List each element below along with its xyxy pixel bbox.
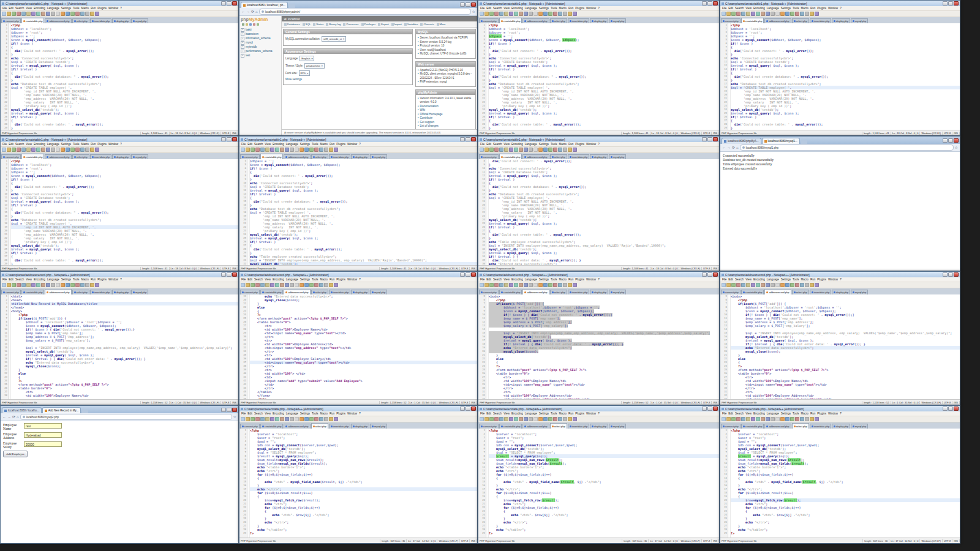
menu-item-macro[interactable]: Macro [320, 143, 328, 146]
toolbar-icon[interactable] [309, 283, 314, 287]
menu-item-window[interactable]: Window [108, 278, 118, 281]
menu-item-plugins[interactable]: Plugins [575, 7, 584, 10]
toolbar-icon[interactable] [480, 12, 484, 16]
toolbar-icon[interactable] [558, 12, 562, 16]
tab-display.php[interactable]: display.php [832, 18, 850, 23]
minimize-button[interactable] [943, 1, 948, 6]
toolbar-icon[interactable] [553, 417, 557, 421]
new-tab-button[interactable] [82, 409, 88, 413]
toolbar-icon[interactable] [255, 417, 260, 421]
menu-item-search[interactable]: Search [254, 278, 263, 281]
toolbar-icon[interactable] [494, 12, 499, 16]
tab-display.php[interactable]: display.php [590, 154, 608, 159]
toolbar-icon[interactable] [251, 148, 255, 152]
toolbar-icon[interactable] [80, 283, 85, 287]
toolbar-icon[interactable] [70, 12, 75, 16]
menu-item-settings[interactable]: Settings [539, 7, 549, 10]
toolbar-icon[interactable] [31, 12, 36, 16]
toolbar-icon[interactable] [775, 417, 780, 421]
editor-area[interactable]: 4567891011121314151617181920212223242526… [239, 159, 477, 265]
menu-item-language[interactable]: Language [525, 412, 537, 415]
toolbar-icon[interactable] [36, 148, 40, 152]
menu-item-help[interactable]: ? [359, 143, 361, 146]
titlebar[interactable]: C:\wamp\www\createtable1.php - Notepad++… [1, 1, 238, 6]
toolbar-icon[interactable] [504, 417, 508, 421]
menu-item-help[interactable]: ? [840, 412, 842, 415]
maximize-button[interactable] [227, 137, 232, 141]
menu-item-view[interactable]: View [503, 143, 510, 146]
toolbar-icon[interactable] [761, 283, 765, 287]
new-tab-button[interactable] [289, 4, 295, 8]
menu-item-search[interactable]: Search [254, 143, 263, 146]
toolbar-icon[interactable] [548, 283, 552, 287]
menu-item-search[interactable]: Search [735, 7, 744, 10]
menu-item-file[interactable]: File [722, 278, 726, 281]
toolbar-icon[interactable] [285, 148, 289, 152]
toolbar-icon[interactable] [26, 148, 31, 152]
menu-item-search[interactable]: Search [735, 278, 744, 281]
toolbar-icon[interactable] [533, 148, 538, 152]
tab-createtable.php[interactable]: createtable.php [741, 290, 764, 294]
tab-display.php[interactable]: display.php [351, 290, 369, 294]
menu-item-encoding[interactable]: Encoding [753, 7, 765, 10]
toolbar-icon[interactable] [543, 283, 548, 287]
toolbar-icon[interactable] [558, 283, 562, 287]
menu-item-window[interactable]: Window [347, 412, 357, 415]
toolbar-icon[interactable] [815, 12, 819, 16]
toolbar-icon[interactable] [756, 12, 760, 16]
tab-createtable.php[interactable]: createtable.php [741, 424, 764, 429]
star-icon[interactable]: ☆ [955, 146, 958, 149]
menu-item-language[interactable]: Language [525, 143, 537, 146]
toolbar-icon[interactable] [295, 417, 299, 421]
tab-addnewrecord.php[interactable]: addnewrecord.php [764, 424, 791, 429]
tab-createtable.php[interactable]: createtable.php [260, 424, 284, 429]
tab-mysql.php[interactable]: mysql.php [131, 154, 148, 159]
toolbar-icon[interactable] [766, 283, 770, 287]
tab-createtable.php[interactable]: createtable.php [499, 18, 522, 23]
maximize-button[interactable] [707, 272, 712, 277]
menu-item-file[interactable]: File [480, 278, 484, 281]
toolbar-icon[interactable] [56, 12, 60, 16]
toolbar-icon[interactable] [484, 417, 489, 421]
toolbar-icon[interactable] [295, 148, 299, 152]
tab-display.php[interactable]: display.php [832, 290, 850, 294]
toolbar-icon[interactable] [275, 283, 279, 287]
toolbar-icon[interactable] [736, 12, 741, 16]
menu-item-plugins[interactable]: Plugins [336, 278, 345, 281]
tab-select.php[interactable]: select.php [311, 290, 328, 294]
pma-tab-status[interactable]: Status [313, 23, 323, 26]
toolbar-icon[interactable] [810, 12, 814, 16]
maximize-button[interactable] [707, 137, 712, 141]
toolbar-icon[interactable] [736, 283, 741, 287]
database-item-bakti[interactable]: +bakti [241, 28, 280, 32]
toolbar-icon[interactable] [538, 417, 543, 421]
toolbar-icon[interactable] [51, 283, 55, 287]
maximize-button[interactable] [227, 1, 232, 6]
toolbar-icon[interactable] [80, 12, 85, 16]
toolbar-icon[interactable] [314, 283, 318, 287]
toolbar-icon[interactable] [12, 12, 16, 16]
sidebar-icon[interactable] [246, 23, 248, 26]
menu-item-edit[interactable]: Edit [486, 412, 491, 415]
toolbar-icon[interactable] [553, 12, 557, 16]
pma-tab-binary-log[interactable]: Binary log [326, 23, 341, 26]
toolbar-icon[interactable] [499, 283, 503, 287]
minimize-button[interactable] [943, 407, 948, 411]
expand-icon[interactable]: + [241, 45, 244, 49]
toolbar-icon[interactable] [75, 148, 80, 152]
menu-item-edit[interactable]: Edit [9, 143, 13, 146]
menu-item-tools[interactable]: Tools [73, 143, 80, 146]
close-button[interactable] [232, 1, 237, 6]
toolbar-icon[interactable] [300, 417, 304, 421]
tab-mysql.php[interactable]: mysql.php [370, 154, 387, 159]
toolbar-icon[interactable] [300, 148, 304, 152]
menu-item-view[interactable]: View [26, 278, 32, 281]
editor-area[interactable]: 1234567891011121314151617181920212223242… [478, 429, 719, 538]
tab-select.php[interactable]: select.php [72, 154, 89, 159]
toolbar-icon[interactable] [304, 417, 309, 421]
tab-mysql.php[interactable]: mysql.php [609, 424, 626, 429]
menu-item-view[interactable]: View [26, 143, 32, 146]
toolbar-icon[interactable] [524, 12, 528, 16]
toolbar-icon[interactable] [290, 283, 294, 287]
close-button[interactable] [713, 1, 718, 6]
